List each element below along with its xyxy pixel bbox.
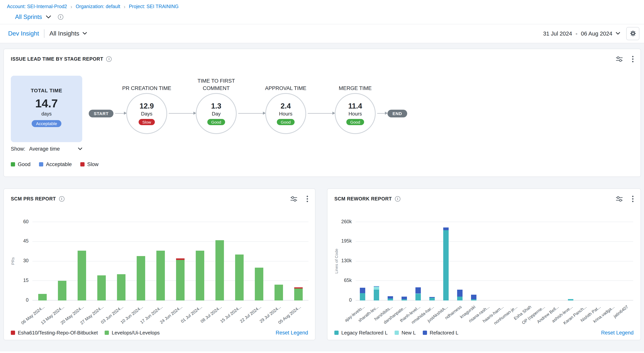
scm-prs-report-card: SCM PRS REPORT i: [4, 188, 316, 340]
chevron-down-icon[interactable]: [83, 32, 87, 35]
kebab-menu-icon[interactable]: [306, 195, 308, 202]
bar-segment[interactable]: [176, 260, 184, 300]
bar-segment[interactable]: [156, 251, 165, 300]
bar-segment[interactable]: [568, 299, 573, 300]
bar-segment[interactable]: [471, 295, 476, 300]
legend-item: Good: [11, 161, 30, 167]
module-link[interactable]: Dev Insight: [8, 30, 39, 37]
legend-item: Slow: [80, 161, 99, 167]
bar-segment[interactable]: [416, 287, 421, 293]
bar-segment[interactable]: [402, 297, 407, 300]
y-tick-label: 15: [4, 278, 28, 283]
bar-segment[interactable]: [137, 256, 145, 300]
divider: [44, 29, 44, 38]
legend-item[interactable]: Refactored L: [423, 330, 458, 336]
bar-segment[interactable]: [255, 268, 264, 300]
show-label: Show:: [11, 146, 25, 152]
info-icon[interactable]: i: [59, 196, 64, 202]
bar-segment[interactable]: [416, 294, 421, 300]
stage-value: 1.3: [211, 102, 222, 110]
chevron-right-icon: ›: [70, 4, 72, 10]
legend-item[interactable]: Legacy Refactored L: [334, 330, 388, 336]
chevron-down-icon[interactable]: [46, 15, 51, 18]
y-tick-label: 0: [4, 297, 28, 302]
legend-label: Levelops/Ui-Levelops: [112, 330, 160, 336]
flow-arrow-icon: [308, 113, 333, 114]
info-icon[interactable]: i: [58, 14, 63, 20]
bar-segment[interactable]: [235, 254, 244, 300]
bar-segment[interactable]: [388, 296, 393, 298]
bar-segment[interactable]: [117, 274, 126, 300]
stage-circle[interactable]: 2.4HoursGood: [265, 93, 306, 134]
y-axis-title: PRs: [10, 257, 15, 265]
legend-swatch: [11, 162, 15, 166]
stage-circle[interactable]: 1.3DayGood: [196, 93, 237, 134]
bar-segment[interactable]: [360, 293, 365, 300]
show-metric-select[interactable]: Show: Average time: [11, 146, 82, 152]
gridline: [32, 242, 308, 242]
bar-segment[interactable]: [374, 287, 379, 290]
breadcrumb-link[interactable]: Account: SEI-Internal-Prod2: [7, 4, 67, 10]
date-separator: -: [576, 30, 578, 36]
y-tick-label: 260k: [328, 219, 352, 224]
card-title: SCM PRS REPORT: [11, 196, 56, 202]
bar-segment[interactable]: [429, 298, 434, 300]
bar-segment[interactable]: [196, 251, 204, 300]
insight-header: Dev Insight All Insights 31 Jul 2024 - 0…: [0, 24, 644, 43]
gridline: [32, 300, 308, 300]
legend-swatch: [80, 162, 84, 166]
legend-item[interactable]: Levelops/Ui-Levelops: [105, 330, 160, 336]
issue-lead-time-card: ISSUE LEAD TIME BY STAGE REPORT i: [4, 48, 641, 177]
info-icon[interactable]: i: [395, 196, 400, 202]
chart-filter-sliders-icon[interactable]: [616, 196, 623, 202]
legend-label: Esha610/Testing-Repo-Of-Bitbucket: [18, 330, 98, 336]
bar-segment[interactable]: [402, 300, 407, 300]
bar-segment[interactable]: [294, 287, 303, 289]
kebab-menu-icon[interactable]: [632, 195, 634, 202]
bar-segment[interactable]: [471, 300, 476, 300]
y-tick-label: 30: [4, 258, 28, 264]
bar-segment[interactable]: [429, 297, 434, 298]
breadcrumb-link[interactable]: Project: SEI TRAINING: [129, 4, 178, 10]
bar-segment[interactable]: [294, 288, 303, 300]
x-axis-label: jatin6407: [613, 304, 629, 318]
bar-segment[interactable]: [97, 276, 106, 300]
legend-item[interactable]: Esha610/Testing-Repo-Of-Bitbucket: [11, 330, 98, 336]
reset-legend-link[interactable]: Reset Legend: [276, 330, 308, 336]
bar-segment[interactable]: [176, 258, 184, 260]
bar-segment[interactable]: [275, 285, 283, 300]
y-tick-label: 45: [4, 238, 28, 244]
bar-segment[interactable]: [360, 288, 365, 293]
breadcrumb-link[interactable]: Organization: default: [76, 4, 120, 10]
stage-value: 11.4: [348, 102, 362, 110]
bar-segment[interactable]: [38, 294, 46, 300]
reset-legend-link[interactable]: Reset Legend: [601, 330, 634, 336]
rework-chart-area: 065k130k195k260kajay-levelo...sharath-le…: [328, 222, 640, 338]
flow-arrow-icon: [377, 113, 385, 114]
bar-segment[interactable]: [568, 300, 573, 300]
stage-circle[interactable]: 11.4HoursGood: [335, 93, 376, 134]
x-axis-label: 22 Jul 2024...: [239, 304, 262, 324]
bar-segment[interactable]: [388, 298, 393, 300]
settings-button[interactable]: [626, 27, 639, 40]
date-range-selector[interactable]: 31 Jul 2024 - 06 Aug 2024: [543, 30, 620, 36]
bar-segment[interactable]: [457, 296, 462, 300]
bar-segment[interactable]: [443, 230, 448, 300]
chart-filter-sliders-icon[interactable]: [290, 196, 297, 202]
bar-segment[interactable]: [416, 293, 421, 294]
bar-segment[interactable]: [216, 240, 224, 300]
breadcrumb: Account: SEI-Internal-Prod2›Organization…: [7, 4, 644, 10]
bar-segment[interactable]: [374, 286, 379, 287]
sprint-selector[interactable]: All Sprints: [15, 13, 42, 20]
bar-segment[interactable]: [457, 290, 462, 296]
legend-item: Acceptable: [39, 161, 72, 167]
legend-label: Slow: [87, 161, 99, 167]
stage-circle[interactable]: 12.9DaysSlow: [126, 93, 167, 134]
bar-segment[interactable]: [78, 251, 86, 300]
legend-item[interactable]: New L: [394, 330, 416, 336]
bar-segment[interactable]: [443, 227, 448, 230]
bar-segment[interactable]: [58, 281, 66, 300]
insight-selector[interactable]: All Insights: [50, 30, 79, 37]
bar-segment[interactable]: [374, 290, 379, 300]
stage-unit: Day: [212, 111, 221, 116]
